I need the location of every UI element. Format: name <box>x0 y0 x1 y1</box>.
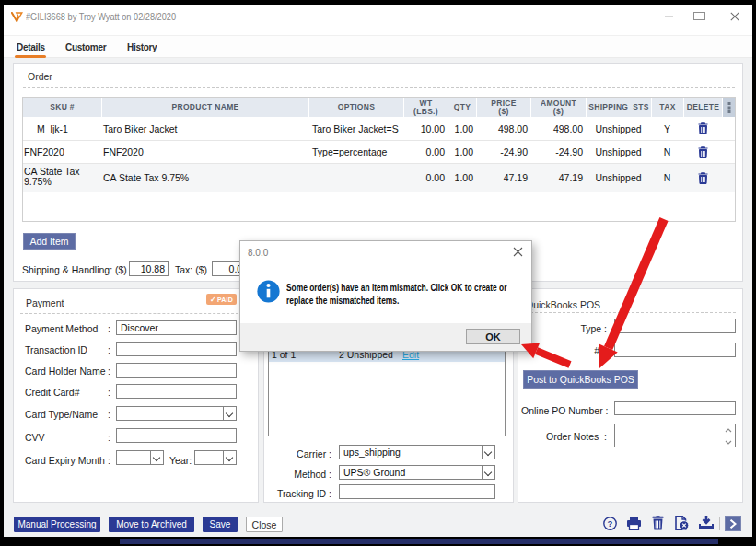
svg-text:?: ? <box>608 518 613 529</box>
